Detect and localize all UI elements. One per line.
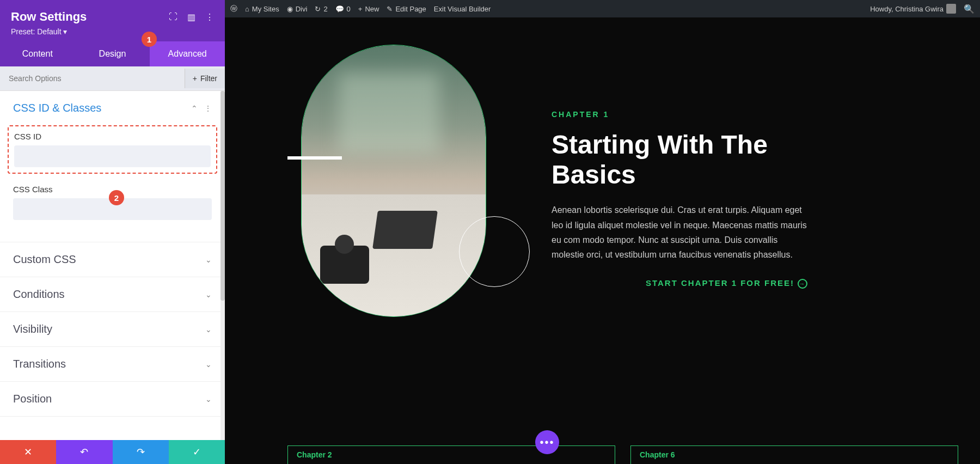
comment-icon: 💬 (335, 5, 344, 13)
section-transitions[interactable]: Transitions⌄ (0, 347, 225, 381)
filter-button[interactable]: +Filter (185, 69, 225, 88)
page-preview: ⓦ ⌂My Sites ◉Divi ↻2 💬0 +New ✎Edit Page … (225, 0, 980, 464)
chapter-nav: Chapter 2 Chapter 6 (287, 445, 958, 464)
search-input[interactable] (0, 66, 185, 90)
pill-image-frame (301, 45, 486, 317)
cta-link[interactable]: START CHAPTER 1 FOR FREE!→ (552, 278, 807, 289)
section-position[interactable]: Position⌄ (0, 382, 225, 416)
annotation-badge-1: 1 (142, 32, 157, 47)
save-button[interactable]: ✓ (169, 440, 225, 464)
cancel-button[interactable]: ✕ (0, 440, 56, 464)
responsive-icon[interactable]: ▥ (187, 12, 195, 22)
chevron-down-icon: ⌄ (205, 255, 212, 264)
arrow-right-icon: → (798, 279, 807, 289)
options-panel: 2 CSS ID & Classes ⌃⋮ 3 CSS ID CSS Class… (0, 91, 225, 440)
plus-icon: + (193, 74, 197, 83)
chevron-down-icon: ⌄ (205, 290, 212, 299)
accent-line (287, 156, 342, 160)
section-more-icon[interactable]: ⋮ (204, 104, 212, 113)
section-title: Conditions (13, 288, 65, 301)
text-column: CHAPTER 1 Starting With The Basics Aenea… (552, 110, 807, 289)
search-icon[interactable]: 🔍 (964, 4, 975, 14)
wp-admin-bar: ⓦ ⌂My Sites ◉Divi ↻2 💬0 +New ✎Edit Page … (225, 0, 980, 17)
settings-tabs: Content Design Advanced (0, 41, 225, 66)
my-sites-link[interactable]: ⌂My Sites (245, 5, 279, 13)
avatar (946, 4, 956, 14)
page-content: CHAPTER 1 Starting With The Basics Aenea… (225, 17, 980, 464)
refresh-icon: ↻ (315, 5, 321, 13)
tab-content[interactable]: Content (0, 41, 75, 66)
expand-icon[interactable]: ⛶ (169, 12, 177, 22)
section-conditions[interactable]: Conditions⌄ (0, 277, 225, 312)
accent-circle (459, 216, 530, 287)
divi-icon: ◉ (287, 5, 293, 13)
edit-page-link[interactable]: ✎Edit Page (387, 5, 426, 13)
sidebar-footer: ✕ ↶ ↷ ✓ (0, 440, 225, 464)
panel-scrollbar[interactable] (220, 91, 225, 440)
css-id-label: CSS ID (14, 132, 211, 141)
exit-vb-link[interactable]: Exit Visual Builder (434, 5, 491, 13)
filter-label: Filter (200, 74, 217, 83)
annotation-badge-2: 2 (109, 190, 124, 205)
sites-icon: ⌂ (245, 5, 249, 13)
section-title: CSS ID & Classes (13, 102, 101, 114)
panel-title: Row Settings (11, 10, 87, 24)
comments-link[interactable]: 💬0 (335, 5, 351, 13)
chevron-up-icon: ⌃ (191, 104, 198, 113)
chevron-down-icon: ⌄ (205, 325, 212, 334)
new-link[interactable]: +New (358, 5, 379, 13)
builder-fab[interactable]: ••• (535, 430, 559, 454)
chevron-down-icon: ⌄ (205, 360, 212, 369)
updates-link[interactable]: ↻2 (315, 5, 327, 13)
more-icon[interactable]: ⋮ (205, 12, 214, 22)
section-title: Position (13, 393, 52, 405)
sidebar-header: Row Settings ⛶ ▥ ⋮ Preset: Default ▾ (0, 0, 225, 41)
search-row: +Filter (0, 66, 225, 91)
css-id-field-wrap: 3 CSS ID (8, 125, 217, 174)
howdy-user[interactable]: Howdy, Christina Gwira (870, 4, 956, 14)
css-id-input[interactable] (14, 145, 211, 167)
wp-logo[interactable]: ⓦ (230, 4, 237, 14)
section-title: Visibility (13, 323, 52, 335)
section-css-id-classes[interactable]: CSS ID & Classes ⌃⋮ (0, 91, 225, 125)
section-visibility[interactable]: Visibility⌄ (0, 312, 225, 346)
pencil-icon: ✎ (387, 5, 393, 13)
hero-image-wrap (301, 45, 503, 328)
chapter-6-box[interactable]: Chapter 6 (630, 445, 958, 464)
chevron-down-icon: ⌄ (205, 395, 212, 404)
tab-advanced[interactable]: Advanced (150, 41, 225, 66)
tab-design[interactable]: Design (75, 41, 150, 66)
plus-icon: + (358, 5, 363, 13)
section-title: Transitions (13, 358, 66, 370)
preset-dropdown[interactable]: Preset: Default ▾ (11, 27, 214, 36)
section-custom-css[interactable]: Custom CSS⌄ (0, 242, 225, 277)
chapter-2-box[interactable]: Chapter 2 (287, 445, 615, 464)
section-title: Custom CSS (13, 253, 76, 266)
chapter-label: CHAPTER 1 (552, 110, 807, 119)
undo-button[interactable]: ↶ (56, 440, 112, 464)
divi-link[interactable]: ◉Divi (287, 5, 308, 13)
redo-button[interactable]: ↷ (113, 440, 169, 464)
settings-sidebar: Row Settings ⛶ ▥ ⋮ Preset: Default ▾ 1 C… (0, 0, 225, 464)
hero-image (302, 45, 486, 316)
page-heading: Starting With The Basics (552, 130, 807, 190)
page-paragraph: Aenean lobortis scelerisque dui. Cras ut… (552, 203, 807, 262)
